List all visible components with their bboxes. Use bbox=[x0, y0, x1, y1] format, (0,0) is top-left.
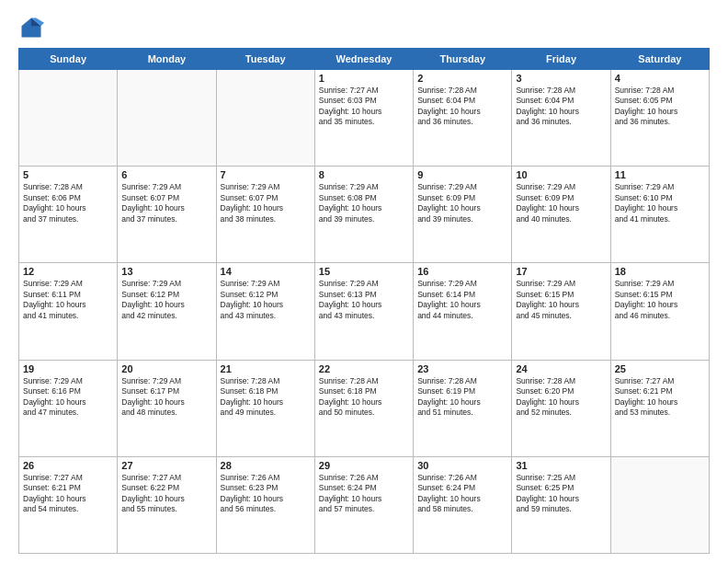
day-number: 5 bbox=[23, 169, 113, 180]
day-info: Sunrise: 7:29 AM Sunset: 6:17 PM Dayligh… bbox=[121, 376, 211, 419]
day-info: Sunrise: 7:29 AM Sunset: 6:15 PM Dayligh… bbox=[615, 279, 705, 321]
weekday-header-row: SundayMondayTuesdayWednesdayThursdayFrid… bbox=[19, 49, 710, 70]
day-number: 12 bbox=[23, 266, 113, 277]
calendar-table: SundayMondayTuesdayWednesdayThursdayFrid… bbox=[18, 48, 710, 554]
calendar-cell: 30Sunrise: 7:26 AM Sunset: 6:24 PM Dayli… bbox=[414, 456, 512, 553]
day-info: Sunrise: 7:28 AM Sunset: 6:04 PM Dayligh… bbox=[516, 86, 606, 128]
calendar-cell bbox=[216, 70, 314, 167]
day-number: 9 bbox=[417, 169, 507, 180]
weekday-header-wednesday: Wednesday bbox=[314, 49, 413, 70]
day-info: Sunrise: 7:29 AM Sunset: 6:15 PM Dayligh… bbox=[516, 279, 606, 321]
calendar-cell bbox=[19, 70, 118, 167]
logo bbox=[18, 15, 48, 40]
weekday-header-monday: Monday bbox=[118, 49, 216, 70]
day-number: 2 bbox=[417, 73, 507, 84]
day-number: 10 bbox=[516, 169, 606, 180]
day-info: Sunrise: 7:29 AM Sunset: 6:12 PM Dayligh… bbox=[121, 279, 211, 321]
day-info: Sunrise: 7:26 AM Sunset: 6:23 PM Dayligh… bbox=[221, 473, 311, 515]
day-number: 15 bbox=[319, 266, 409, 277]
calendar-cell: 5Sunrise: 7:28 AM Sunset: 6:06 PM Daylig… bbox=[19, 167, 118, 263]
day-number: 27 bbox=[121, 460, 211, 471]
day-info: Sunrise: 7:29 AM Sunset: 6:16 PM Dayligh… bbox=[23, 376, 113, 419]
calendar-cell: 15Sunrise: 7:29 AM Sunset: 6:13 PM Dayli… bbox=[314, 263, 413, 360]
calendar-cell: 23Sunrise: 7:28 AM Sunset: 6:19 PM Dayli… bbox=[414, 360, 512, 456]
calendar-cell: 22Sunrise: 7:28 AM Sunset: 6:18 PM Dayli… bbox=[314, 360, 413, 456]
week-row-3: 12Sunrise: 7:29 AM Sunset: 6:11 PM Dayli… bbox=[19, 263, 710, 360]
calendar-cell bbox=[118, 70, 216, 167]
day-number: 17 bbox=[516, 266, 606, 277]
calendar-cell: 14Sunrise: 7:29 AM Sunset: 6:12 PM Dayli… bbox=[216, 263, 314, 360]
calendar-cell: 12Sunrise: 7:29 AM Sunset: 6:11 PM Dayli… bbox=[19, 263, 118, 360]
day-info: Sunrise: 7:28 AM Sunset: 6:20 PM Dayligh… bbox=[516, 376, 606, 419]
day-number: 22 bbox=[319, 363, 409, 374]
day-info: Sunrise: 7:29 AM Sunset: 6:09 PM Dayligh… bbox=[417, 182, 507, 224]
day-info: Sunrise: 7:29 AM Sunset: 6:11 PM Dayligh… bbox=[23, 279, 113, 321]
day-number: 14 bbox=[221, 266, 311, 277]
calendar-cell: 21Sunrise: 7:28 AM Sunset: 6:18 PM Dayli… bbox=[216, 360, 314, 456]
weekday-header-friday: Friday bbox=[512, 49, 610, 70]
day-info: Sunrise: 7:29 AM Sunset: 6:13 PM Dayligh… bbox=[319, 279, 409, 321]
calendar-cell: 27Sunrise: 7:27 AM Sunset: 6:22 PM Dayli… bbox=[118, 456, 216, 553]
day-info: Sunrise: 7:28 AM Sunset: 6:05 PM Dayligh… bbox=[615, 86, 705, 128]
calendar-cell: 3Sunrise: 7:28 AM Sunset: 6:04 PM Daylig… bbox=[512, 70, 610, 167]
day-number: 31 bbox=[516, 460, 606, 471]
calendar-cell: 2Sunrise: 7:28 AM Sunset: 6:04 PM Daylig… bbox=[414, 70, 512, 167]
week-row-5: 26Sunrise: 7:27 AM Sunset: 6:21 PM Dayli… bbox=[19, 456, 710, 553]
calendar-cell bbox=[610, 456, 709, 553]
day-number: 1 bbox=[319, 73, 409, 84]
day-info: Sunrise: 7:28 AM Sunset: 6:18 PM Dayligh… bbox=[319, 376, 409, 419]
week-row-2: 5Sunrise: 7:28 AM Sunset: 6:06 PM Daylig… bbox=[19, 167, 710, 263]
day-number: 30 bbox=[417, 460, 507, 471]
calendar-cell: 16Sunrise: 7:29 AM Sunset: 6:14 PM Dayli… bbox=[414, 263, 512, 360]
day-info: Sunrise: 7:28 AM Sunset: 6:04 PM Dayligh… bbox=[417, 86, 507, 128]
page: SundayMondayTuesdayWednesdayThursdayFrid… bbox=[0, 0, 728, 563]
header bbox=[18, 15, 710, 40]
calendar-cell: 1Sunrise: 7:27 AM Sunset: 6:03 PM Daylig… bbox=[314, 70, 413, 167]
calendar-cell: 29Sunrise: 7:26 AM Sunset: 6:24 PM Dayli… bbox=[314, 456, 413, 553]
weekday-header-sunday: Sunday bbox=[19, 49, 118, 70]
calendar-cell: 26Sunrise: 7:27 AM Sunset: 6:21 PM Dayli… bbox=[19, 456, 118, 553]
day-info: Sunrise: 7:27 AM Sunset: 6:22 PM Dayligh… bbox=[121, 473, 211, 515]
day-number: 25 bbox=[615, 363, 705, 374]
calendar-cell: 6Sunrise: 7:29 AM Sunset: 6:07 PM Daylig… bbox=[118, 167, 216, 263]
day-info: Sunrise: 7:27 AM Sunset: 6:21 PM Dayligh… bbox=[23, 473, 113, 515]
day-number: 23 bbox=[417, 363, 507, 374]
day-info: Sunrise: 7:29 AM Sunset: 6:07 PM Dayligh… bbox=[121, 182, 211, 224]
weekday-header-tuesday: Tuesday bbox=[216, 49, 314, 70]
day-number: 13 bbox=[121, 266, 211, 277]
logo-icon bbox=[18, 15, 44, 40]
weekday-header-saturday: Saturday bbox=[610, 49, 709, 70]
day-number: 21 bbox=[221, 363, 311, 374]
day-number: 6 bbox=[121, 169, 211, 180]
calendar-cell: 17Sunrise: 7:29 AM Sunset: 6:15 PM Dayli… bbox=[512, 263, 610, 360]
day-info: Sunrise: 7:29 AM Sunset: 6:12 PM Dayligh… bbox=[221, 279, 311, 321]
day-info: Sunrise: 7:27 AM Sunset: 6:21 PM Dayligh… bbox=[615, 376, 705, 419]
day-number: 18 bbox=[615, 266, 705, 277]
day-info: Sunrise: 7:26 AM Sunset: 6:24 PM Dayligh… bbox=[417, 473, 507, 515]
calendar-cell: 4Sunrise: 7:28 AM Sunset: 6:05 PM Daylig… bbox=[610, 70, 709, 167]
calendar-cell: 11Sunrise: 7:29 AM Sunset: 6:10 PM Dayli… bbox=[610, 167, 709, 263]
day-number: 4 bbox=[615, 73, 705, 84]
calendar-cell: 25Sunrise: 7:27 AM Sunset: 6:21 PM Dayli… bbox=[610, 360, 709, 456]
day-info: Sunrise: 7:29 AM Sunset: 6:08 PM Dayligh… bbox=[319, 182, 409, 224]
day-info: Sunrise: 7:29 AM Sunset: 6:14 PM Dayligh… bbox=[417, 279, 507, 321]
day-info: Sunrise: 7:29 AM Sunset: 6:07 PM Dayligh… bbox=[221, 182, 311, 224]
day-number: 20 bbox=[121, 363, 211, 374]
day-number: 29 bbox=[319, 460, 409, 471]
calendar-cell: 9Sunrise: 7:29 AM Sunset: 6:09 PM Daylig… bbox=[414, 167, 512, 263]
day-info: Sunrise: 7:25 AM Sunset: 6:25 PM Dayligh… bbox=[516, 473, 606, 515]
calendar-cell: 24Sunrise: 7:28 AM Sunset: 6:20 PM Dayli… bbox=[512, 360, 610, 456]
day-number: 11 bbox=[615, 169, 705, 180]
calendar-cell: 20Sunrise: 7:29 AM Sunset: 6:17 PM Dayli… bbox=[118, 360, 216, 456]
week-row-1: 1Sunrise: 7:27 AM Sunset: 6:03 PM Daylig… bbox=[19, 70, 710, 167]
day-info: Sunrise: 7:28 AM Sunset: 6:18 PM Dayligh… bbox=[221, 376, 311, 419]
day-info: Sunrise: 7:27 AM Sunset: 6:03 PM Dayligh… bbox=[319, 86, 409, 128]
calendar-cell: 19Sunrise: 7:29 AM Sunset: 6:16 PM Dayli… bbox=[19, 360, 118, 456]
day-number: 19 bbox=[23, 363, 113, 374]
day-number: 16 bbox=[417, 266, 507, 277]
calendar-cell: 8Sunrise: 7:29 AM Sunset: 6:08 PM Daylig… bbox=[314, 167, 413, 263]
day-info: Sunrise: 7:29 AM Sunset: 6:10 PM Dayligh… bbox=[615, 182, 705, 224]
calendar-cell: 13Sunrise: 7:29 AM Sunset: 6:12 PM Dayli… bbox=[118, 263, 216, 360]
day-number: 24 bbox=[516, 363, 606, 374]
weekday-header-thursday: Thursday bbox=[414, 49, 512, 70]
